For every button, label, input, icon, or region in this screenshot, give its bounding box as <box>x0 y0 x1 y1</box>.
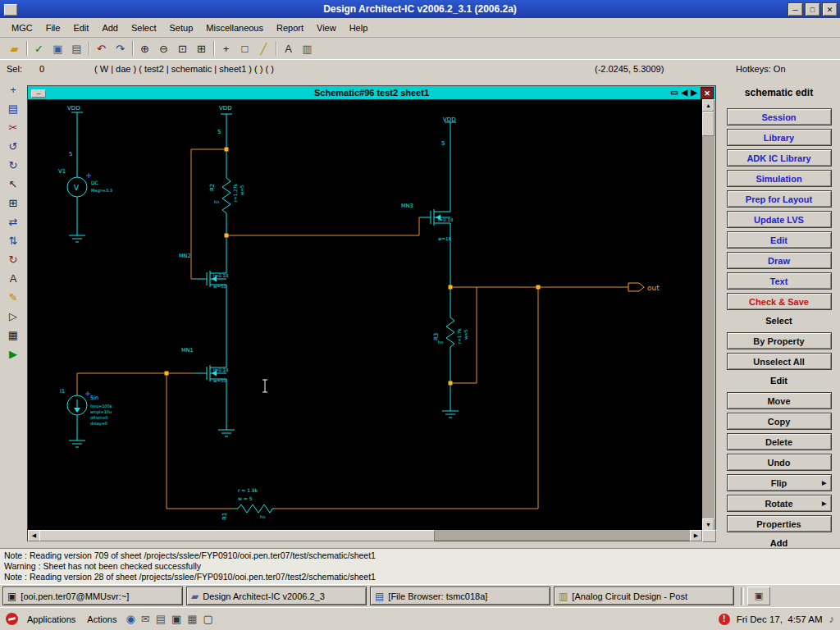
nmos-mn1[interactable] <box>195 357 226 390</box>
redo-icon[interactable]: ↷ <box>111 40 130 57</box>
menu-file[interactable]: File <box>39 21 67 34</box>
flip-horizontal-icon[interactable]: ⇄ <box>4 214 22 230</box>
sine-source-i1[interactable] <box>67 395 87 415</box>
palette-button-session[interactable]: Session <box>727 108 832 126</box>
zoom-in-icon[interactable]: ⊕ <box>135 40 154 57</box>
email-icon[interactable]: ✉ <box>141 613 150 625</box>
palette-button-update-lvs[interactable]: Update LVS <box>727 211 832 228</box>
screenshot-icon[interactable]: ▦ <box>187 613 197 625</box>
menu-mgc[interactable]: MGC <box>5 21 39 34</box>
volume-icon[interactable]: ♪ <box>829 613 835 625</box>
zoom-out-icon[interactable]: ⊖ <box>154 40 173 57</box>
palette-button-simulation[interactable]: Simulation <box>727 170 832 187</box>
web-browser-icon[interactable]: ◉ <box>126 613 135 625</box>
terminal-icon[interactable]: ▣ <box>171 613 181 625</box>
printer-icon[interactable]: ▤ <box>156 613 166 625</box>
update-alert-icon[interactable]: ! <box>719 614 730 625</box>
scroll-right-button[interactable]: ▶ <box>690 530 702 541</box>
wire-tool-icon[interactable]: ╱ <box>254 40 273 57</box>
palette-button-move[interactable]: Move <box>727 392 832 409</box>
fit-view-icon[interactable]: ⊞ <box>192 40 211 57</box>
scroll-left-button[interactable]: ◀ <box>28 530 40 541</box>
forward-arrow-icon[interactable]: ▶ <box>691 87 697 98</box>
palette-button-edit[interactable]: Edit <box>727 231 832 249</box>
sheet-grid-icon[interactable]: ▦ <box>4 327 22 343</box>
pan-view-icon[interactable]: + <box>217 40 235 57</box>
palette-button-draw[interactable]: Draw <box>727 252 832 269</box>
palette-button-by-property[interactable]: By Property <box>727 332 832 349</box>
save-icon[interactable]: ▣ <box>48 40 67 57</box>
grid-icon[interactable]: ⊞ <box>4 195 22 211</box>
taskbar-window-file-browser-tsmc018a[interactable]: ▤[File Browser: tsmc018a] <box>370 587 550 605</box>
monitor-icon[interactable]: ▢ <box>203 613 213 625</box>
undo-arrow-icon[interactable]: ↺ <box>4 139 22 154</box>
select-area-icon[interactable]: □ <box>235 40 254 57</box>
back-arrow-icon[interactable]: ◀ <box>682 87 688 98</box>
menu-add[interactable]: Add <box>95 21 125 34</box>
views-icon[interactable]: ▭ <box>670 87 678 98</box>
schematic-canvas[interactable]: VDD5V1VDCMagn=3.3VDD5R2r=1.27kw=5hnMN2l=… <box>28 99 702 530</box>
menu-select[interactable]: Select <box>125 21 163 34</box>
taskbar-window-design-architect-ic-v2006-2-[interactable]: ▰Design Architect-IC v2006.2_3 <box>186 587 367 605</box>
copy-sheet-icon[interactable]: ▤ <box>4 101 22 116</box>
scroll-up-button[interactable]: ▲ <box>702 99 714 112</box>
menu-help[interactable]: Help <box>343 21 375 34</box>
open-sheet-icon[interactable]: ▰ <box>5 40 24 57</box>
palette-button-text[interactable]: Text <box>727 272 832 290</box>
rotate-icon[interactable]: ↻ <box>4 252 22 267</box>
palette-button-prep-for-layout[interactable]: Prep for Layout <box>727 190 832 208</box>
pointer-icon[interactable]: ↖ <box>4 176 22 192</box>
palette-button-delete[interactable]: Delete <box>727 433 832 450</box>
nmos-mn2[interactable] <box>195 262 226 295</box>
vertical-scrollbar[interactable]: ▲ ▼ <box>702 99 714 530</box>
redo-arrow-icon[interactable]: ↻ <box>4 158 22 173</box>
palette-button-rotate[interactable]: Rotate▶ <box>727 495 832 512</box>
maximize-button[interactable]: □ <box>805 2 820 16</box>
run-simulation-icon[interactable]: ▶ <box>4 346 22 362</box>
schematic-close-button[interactable]: ✕ <box>701 87 714 99</box>
menu-view[interactable]: View <box>310 21 343 34</box>
main-menu-icon[interactable] <box>6 613 18 625</box>
pencil-tool-icon[interactable]: ✎ <box>4 290 22 305</box>
palette-button-undo[interactable]: Undo <box>727 454 832 471</box>
horizontal-scroll-thumb[interactable] <box>39 530 435 541</box>
taskbar-window-ooi-pen-ter07-mmusvr[interactable]: ▣[ooi.pen.ter07@MMUsvr:~] <box>2 587 183 605</box>
select-move-icon[interactable]: + <box>4 82 22 98</box>
text-tool-icon[interactable]: A <box>4 271 22 286</box>
applications-menu[interactable]: Applications <box>25 613 78 626</box>
scroll-down-button[interactable]: ▼ <box>702 518 714 531</box>
taskbar-window-analog-circuit-design-post[interactable]: ▥[Analog Circuit Design - Post <box>554 587 734 605</box>
resistor-r2[interactable] <box>222 175 231 217</box>
palette-button-adk-ic-library[interactable]: ADK IC Library <box>727 149 832 167</box>
resistor-r3[interactable] <box>446 314 454 350</box>
close-button[interactable]: ✕ <box>822 2 838 16</box>
actions-menu[interactable]: Actions <box>84 613 119 626</box>
horizontal-scrollbar[interactable]: ◀ ▶ <box>28 530 702 541</box>
palette-button-unselect-all[interactable]: Unselect All <box>727 353 832 370</box>
resistor-r1[interactable] <box>235 504 276 513</box>
probe-icon[interactable]: ▷ <box>4 308 22 324</box>
menu-miscellaneous[interactable]: Miscellaneous <box>199 21 270 34</box>
workspace-pager[interactable]: ▣ <box>747 587 770 605</box>
cut-icon[interactable]: ✂ <box>4 120 22 135</box>
flip-vertical-icon[interactable]: ⇅ <box>4 233 22 249</box>
menu-edit[interactable]: Edit <box>66 21 95 34</box>
menu-report[interactable]: Report <box>270 21 310 34</box>
app-icon[interactable] <box>4 4 17 16</box>
palette-button-check-save[interactable]: Check & Save <box>727 293 832 310</box>
zoom-area-icon[interactable]: ⊡ <box>173 40 192 57</box>
clock[interactable]: Fri Dec 17, 4:57 AM <box>737 614 823 624</box>
schematic-window-titlebar[interactable]: ─ Schematic#96 test2 sheet1 ▭◀▶ ✕ <box>28 86 715 99</box>
clipboard-icon[interactable]: ▥ <box>298 40 317 57</box>
palette-button-properties[interactable]: Properties <box>727 515 832 532</box>
palette-button-flip[interactable]: Flip▶ <box>727 474 832 491</box>
palette-button-library[interactable]: Library <box>727 129 832 146</box>
minimize-button[interactable]: ─ <box>788 2 803 16</box>
palette-button-copy[interactable]: Copy <box>727 413 832 430</box>
text-tool-icon[interactable]: A <box>279 40 298 57</box>
undo-icon[interactable]: ↶ <box>92 40 111 57</box>
menu-setup[interactable]: Setup <box>163 21 200 34</box>
check-save-icon[interactable]: ✓ <box>30 40 48 57</box>
out-port[interactable] <box>628 283 644 291</box>
vertical-scroll-thumb[interactable] <box>702 112 714 136</box>
